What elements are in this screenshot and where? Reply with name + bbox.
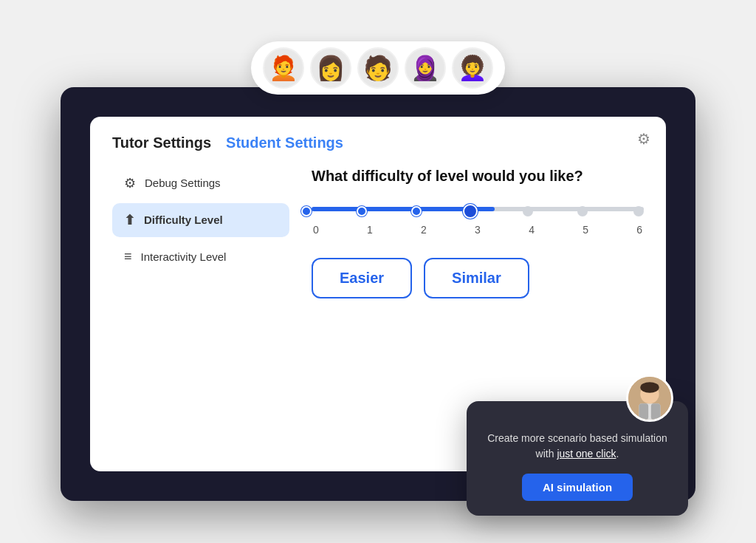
sidebar-item-interactivity[interactable]: ≡ Interactivity Level — [112, 240, 289, 273]
tab-tutor-settings[interactable]: Tutor Settings — [112, 134, 211, 151]
slider-dot-0[interactable] — [301, 206, 312, 216]
slider-track — [312, 207, 644, 211]
slider-dot-3[interactable] — [463, 204, 478, 219]
avatar-row: 🧑‍🦰 👩 🧑 🧕 👩‍🦱 — [251, 41, 505, 95]
slider-track-container[interactable] — [312, 200, 644, 218]
slider-labels: 0 1 2 3 4 5 6 — [312, 224, 644, 236]
sidebar-label-interactivity: Interactivity Level — [141, 250, 227, 263]
ai-simulation-button[interactable]: AI simulation — [522, 474, 633, 501]
debug-icon: ⚙ — [124, 175, 136, 191]
label-6: 6 — [636, 224, 642, 236]
slider-dot-6[interactable] — [633, 206, 644, 216]
ai-popup: Create more scenario based simulation wi… — [467, 401, 688, 516]
difficulty-icon: ⬆ — [124, 212, 135, 228]
tab-student-settings[interactable]: Student Settings — [226, 134, 343, 151]
slider-area: 0 1 2 3 4 5 6 — [312, 200, 644, 236]
avatar-5[interactable]: 👩‍🦱 — [452, 47, 493, 89]
svg-rect-2 — [639, 403, 649, 420]
label-4: 4 — [529, 224, 535, 236]
label-0: 0 — [313, 224, 319, 236]
question-title: What difficulty of level would you like? — [312, 166, 644, 185]
sidebar-label-difficulty: Difficulty Level — [144, 214, 223, 226]
slider-dot-4[interactable] — [523, 206, 533, 216]
avatar-3[interactable]: 🧑 — [357, 47, 399, 89]
label-5: 5 — [583, 224, 588, 236]
sidebar-item-debug[interactable]: ⚙ Debug Settings — [112, 166, 289, 200]
slider-dot-1[interactable] — [357, 206, 367, 216]
sidebar-label-debug: Debug Settings — [145, 177, 221, 189]
avatar-1[interactable]: 🧑‍🦰 — [263, 47, 304, 89]
right-content: What difficulty of level would you like? — [312, 166, 644, 440]
svg-point-5 — [640, 382, 659, 393]
avatar-4[interactable]: 🧕 — [405, 47, 446, 89]
ai-text-after: . — [616, 448, 619, 460]
tab-header: Tutor Settings Student Settings — [90, 117, 666, 151]
sidebar-item-difficulty[interactable]: ⬆ Difficulty Level — [112, 203, 289, 237]
avatar-2[interactable]: 👩 — [310, 47, 351, 89]
easier-button[interactable]: Easier — [312, 258, 412, 298]
main-panel: ⚙ Tutor Settings Student Settings ⚙ Debu… — [90, 117, 666, 471]
ai-avatar — [626, 375, 673, 422]
device-frame: 🧑‍🦰 👩 🧑 🧕 👩‍🦱 ⚙ Tutor Settings Student S… — [61, 87, 695, 501]
gear-button[interactable]: ⚙ — [632, 127, 656, 151]
label-1: 1 — [367, 224, 373, 236]
gear-icon: ⚙ — [637, 130, 650, 148]
svg-rect-3 — [651, 403, 661, 420]
ai-popup-text: Create more scenario based simulation wi… — [481, 431, 673, 462]
label-2: 2 — [421, 224, 427, 236]
label-3: 3 — [475, 224, 481, 236]
sidebar: ⚙ Debug Settings ⬆ Difficulty Level ≡ In… — [112, 166, 289, 440]
ai-text-link[interactable]: just one click — [557, 448, 616, 460]
interactivity-icon: ≡ — [124, 249, 132, 264]
slider-dot-5[interactable] — [577, 206, 588, 216]
buttons-row: Easier Similar — [312, 258, 644, 298]
slider-dot-2[interactable] — [411, 206, 422, 216]
similar-button[interactable]: Similar — [424, 258, 529, 298]
